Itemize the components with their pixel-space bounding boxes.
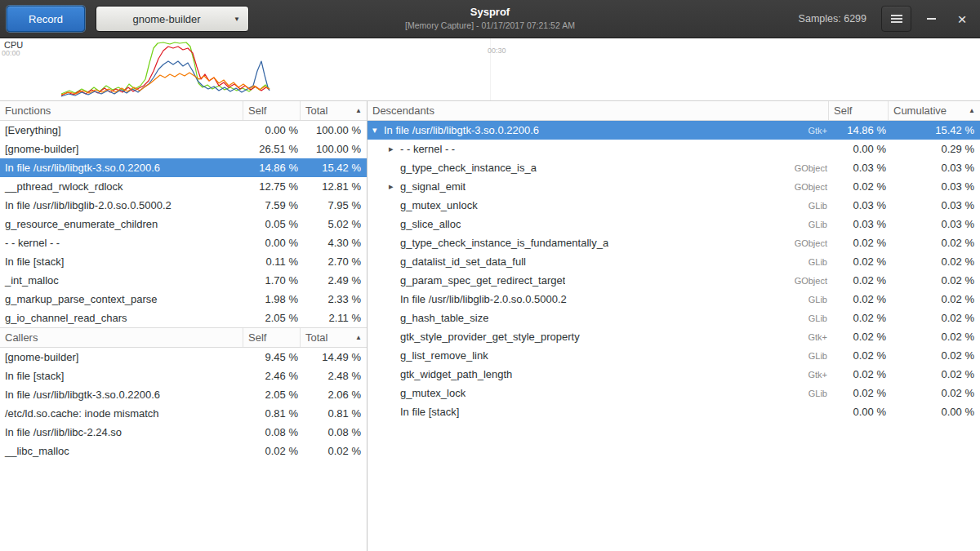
capture-subtitle: [Memory Capture] - 01/17/2017 07:21:52 A… <box>405 20 575 31</box>
tree-row[interactable]: gtk_widget_path_lengthGtk+0.02 %0.02 % <box>368 365 980 384</box>
tree-row[interactable]: g_mutex_unlockGLib0.03 %0.03 % <box>368 196 980 215</box>
cumulative-percent: 0.02 % <box>893 349 980 362</box>
table-row[interactable]: __pthread_rwlock_rdlock12.75 %12.81 % <box>0 177 367 196</box>
time-tick-start: 00:00 <box>2 49 20 57</box>
table-row[interactable]: g_resource_enumerate_children0.05 %5.02 … <box>0 215 367 233</box>
table-row[interactable]: In file /usr/lib/libgtk-3.so.0.2200.62.0… <box>0 385 367 404</box>
profile-target-dropdown[interactable]: gnome-builder ▼ <box>96 6 249 32</box>
table-row[interactable]: In file /usr/lib/libglib-2.0.so.0.5000.2… <box>0 196 367 215</box>
table-row[interactable]: - - kernel - -0.00 %4.30 % <box>0 233 367 252</box>
total-percent: 2.48 % <box>305 370 367 382</box>
function-name: g_slice_alloc <box>400 218 461 230</box>
self-percent: 0.05 % <box>252 218 305 230</box>
tree-row[interactable]: g_param_spec_get_redirect_targetGObject0… <box>368 271 980 290</box>
library-tag: GLib <box>800 313 832 323</box>
function-name: g_list_remove_link <box>400 349 488 362</box>
total-percent: 2.33 % <box>305 293 367 305</box>
functions-table: [Everything]0.00 %100.00 %[gnome-builder… <box>0 121 367 327</box>
profile-target-label: gnome-builder <box>105 13 229 25</box>
self-percent: 0.02 % <box>837 237 893 249</box>
column-header-total[interactable]: Total ▲ <box>300 101 367 120</box>
cpu-timeline[interactable]: CPU 00:00 00:30 <box>0 38 980 101</box>
table-row[interactable]: __libc_malloc0.02 %0.02 % <box>0 442 367 460</box>
self-percent: 0.02 % <box>837 387 893 399</box>
tree-row[interactable]: gtk_style_provider_get_style_propertyGtk… <box>368 327 980 346</box>
cumulative-percent: 0.03 % <box>893 199 980 211</box>
function-name: g_type_check_instance_is_fundamentally_a <box>400 237 608 249</box>
descendant-name-cell: gtk_style_provider_get_style_propertyGtk… <box>368 331 837 343</box>
total-percent: 0.81 % <box>305 407 367 420</box>
cumulative-percent: 0.02 % <box>893 293 980 305</box>
total-percent: 100.00 % <box>305 124 367 136</box>
function-name: In file /usr/lib/libglib-2.0.so.0.5000.2 <box>0 199 252 211</box>
cumulative-percent: 0.03 % <box>893 162 980 174</box>
table-row[interactable]: In file [stack]0.11 %2.70 % <box>0 252 367 271</box>
table-row[interactable]: _int_malloc1.70 %2.49 % <box>0 271 367 290</box>
expander-open-icon[interactable]: ▾ <box>372 126 384 135</box>
descendant-name-cell: g_mutex_unlockGLib <box>368 199 837 211</box>
tree-row[interactable]: g_datalist_id_set_data_fullGLib0.02 %0.0… <box>368 252 980 271</box>
column-header-cumulative[interactable]: Cumulative ▲ <box>888 101 980 120</box>
column-header-self[interactable]: Self <box>243 328 300 347</box>
table-row[interactable]: In file /usr/lib/libc-2.24.so0.08 %0.08 … <box>0 423 367 442</box>
descendants-table: ▾In file /usr/lib/libgtk-3.so.0.2200.6Gt… <box>368 121 980 421</box>
function-name: g_markup_parse_context_parse <box>0 293 252 305</box>
tree-row[interactable]: g_hash_table_sizeGLib0.02 %0.02 % <box>368 309 980 327</box>
descendant-name-cell: In file /usr/lib/libglib-2.0.so.0.5000.2… <box>368 293 837 305</box>
table-row[interactable]: In file /usr/lib/libgtk-3.so.0.2200.614.… <box>0 158 367 177</box>
self-percent: 0.03 % <box>837 162 893 174</box>
tree-row[interactable]: ▸g_signal_emitGObject0.02 %0.03 % <box>368 177 980 196</box>
table-row[interactable]: [gnome-builder]26.51 %100.00 % <box>0 140 367 158</box>
expander-closed-icon[interactable]: ▸ <box>389 144 400 153</box>
table-row[interactable]: [gnome-builder]9.45 %14.49 % <box>0 348 367 367</box>
descendant-name-cell: g_slice_allocGLib <box>368 218 837 230</box>
descendant-name-cell: In file [stack] <box>368 406 837 418</box>
function-name: In file /usr/lib/libgtk-3.so.0.2200.6 <box>0 162 252 174</box>
column-header-callers[interactable]: Callers <box>0 328 243 347</box>
function-name: In file [stack] <box>0 370 252 382</box>
time-tick-mid: 00:30 <box>488 47 506 55</box>
tree-row[interactable]: g_type_check_instance_is_fundamentally_a… <box>368 233 980 252</box>
tree-row[interactable]: ▸- - kernel - -0.00 %0.29 % <box>368 140 980 158</box>
table-row[interactable]: g_markup_parse_context_parse1.98 %2.33 % <box>0 290 367 309</box>
close-button[interactable]: × <box>951 7 973 30</box>
column-header-functions[interactable]: Functions <box>0 101 243 120</box>
cumulative-percent: 0.00 % <box>893 406 980 418</box>
total-percent: 15.42 % <box>305 162 367 174</box>
column-header-self[interactable]: Self <box>243 101 300 120</box>
table-row[interactable]: In file [stack]2.46 %2.48 % <box>0 367 367 385</box>
total-percent: 5.02 % <box>305 218 367 230</box>
column-header-descendants[interactable]: Descendants <box>368 101 828 120</box>
table-row[interactable]: g_io_channel_read_chars2.05 %2.11 % <box>0 309 367 327</box>
self-percent: 1.70 % <box>252 274 305 287</box>
function-name: In file [stack] <box>400 406 459 418</box>
tree-row[interactable]: g_type_check_instance_is_aGObject0.03 %0… <box>368 158 980 177</box>
descendant-name-cell: ▸- - kernel - - <box>368 143 837 155</box>
self-percent: 0.00 % <box>252 237 305 249</box>
column-header-self[interactable]: Self <box>828 101 888 120</box>
tree-row[interactable]: g_mutex_lockGLib0.02 %0.02 % <box>368 384 980 402</box>
self-percent: 2.46 % <box>252 370 305 382</box>
cumulative-percent: 15.42 % <box>893 124 980 136</box>
minimize-button[interactable] <box>920 7 942 30</box>
record-button[interactable]: Record <box>7 6 85 32</box>
function-name: gtk_widget_path_length <box>400 368 512 380</box>
function-name: _int_malloc <box>0 274 252 287</box>
total-percent: 2.06 % <box>305 389 367 401</box>
column-header-total[interactable]: Total ▲ <box>300 328 367 347</box>
tree-row[interactable]: In file [stack]0.00 %0.00 % <box>368 402 980 421</box>
menu-button[interactable] <box>881 6 911 32</box>
sysprof-window: Record gnome-builder ▼ Sysprof [Memory C… <box>0 0 980 551</box>
samples-count: Samples: 6299 <box>799 13 866 24</box>
expander-closed-icon[interactable]: ▸ <box>389 182 400 191</box>
table-row[interactable]: [Everything]0.00 %100.00 % <box>0 121 367 140</box>
tree-row[interactable]: g_list_remove_linkGLib0.02 %0.02 % <box>368 346 980 365</box>
table-row[interactable]: /etc/ld.so.cache: inode mismatch0.81 %0.… <box>0 404 367 423</box>
cumulative-percent: 0.02 % <box>893 237 980 249</box>
descendant-name-cell: g_mutex_lockGLib <box>368 387 837 399</box>
function-name: g_hash_table_size <box>400 312 488 324</box>
tree-row[interactable]: In file /usr/lib/libglib-2.0.so.0.5000.2… <box>368 290 980 309</box>
tree-row[interactable]: g_slice_allocGLib0.03 %0.03 % <box>368 215 980 233</box>
tree-row[interactable]: ▾In file /usr/lib/libgtk-3.so.0.2200.6Gt… <box>368 121 980 140</box>
function-name: __pthread_rwlock_rdlock <box>0 180 252 193</box>
